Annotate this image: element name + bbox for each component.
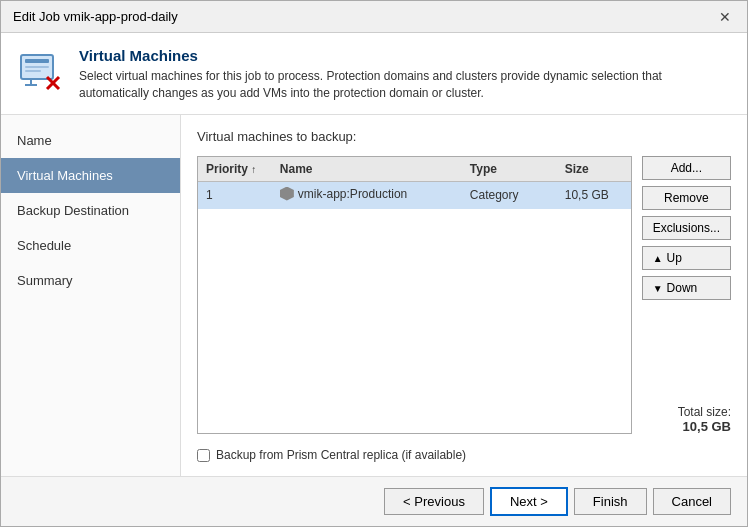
down-button[interactable]: Down (642, 276, 731, 300)
header-text: Virtual Machines Select virtual machines… (79, 47, 731, 102)
sidebar-item-virtual-machines[interactable]: Virtual Machines (1, 158, 180, 193)
sort-icon: ↑ (251, 164, 256, 175)
title-bar: Edit Job vmik-app-prod-daily ✕ (1, 1, 747, 33)
cell-type: Category (462, 181, 557, 209)
prism-central-label: Backup from Prism Central replica (if av… (216, 448, 466, 462)
checkbox-row: Backup from Prism Central replica (if av… (197, 448, 731, 462)
col-size: Size (557, 157, 631, 182)
footer: < Previous Next > Finish Cancel (1, 476, 747, 526)
main-area: Virtual machines to backup: Priority ↑ N… (181, 115, 747, 476)
svg-rect-1 (25, 59, 49, 63)
cell-priority: 1 (198, 181, 272, 209)
header-icon (17, 47, 65, 95)
total-size-area: Total size: 10,5 GB (642, 405, 731, 434)
up-button[interactable]: Up (642, 246, 731, 270)
content: Name Virtual Machines Backup Destination… (1, 115, 747, 476)
sidebar-item-backup-destination[interactable]: Backup Destination (1, 193, 180, 228)
up-arrow-icon (653, 251, 663, 265)
sidebar-item-schedule[interactable]: Schedule (1, 228, 180, 263)
vm-table-container: Priority ↑ Name Type Size 1 (197, 156, 632, 434)
vm-name-cell: vmik-app:Production (280, 187, 407, 201)
header-title: Virtual Machines (79, 47, 731, 64)
vm-table: Priority ↑ Name Type Size 1 (198, 157, 631, 209)
col-name: Name (272, 157, 462, 182)
dialog-title: Edit Job vmik-app-prod-daily (13, 9, 178, 24)
prism-central-checkbox[interactable] (197, 449, 210, 462)
sidebar: Name Virtual Machines Backup Destination… (1, 115, 181, 476)
section-label: Virtual machines to backup: (197, 129, 731, 144)
exclusions-button[interactable]: Exclusions... (642, 216, 731, 240)
table-row[interactable]: 1 vmik-app:Production Category 10,5 GB (198, 181, 631, 209)
remove-button[interactable]: Remove (642, 186, 731, 210)
total-size-value: 10,5 GB (642, 419, 731, 434)
previous-button[interactable]: < Previous (384, 488, 484, 515)
next-button[interactable]: Next > (490, 487, 568, 516)
col-type: Type (462, 157, 557, 182)
side-buttons: Add... Remove Exclusions... Up Down Tota… (642, 156, 731, 434)
cancel-button[interactable]: Cancel (653, 488, 731, 515)
close-button[interactable]: ✕ (715, 10, 735, 24)
cell-size: 10,5 GB (557, 181, 631, 209)
sidebar-item-summary[interactable]: Summary (1, 263, 180, 298)
svg-rect-2 (25, 66, 49, 68)
header-description: Select virtual machines for this job to … (79, 68, 731, 102)
total-size-label: Total size: (642, 405, 731, 419)
vm-icon (280, 187, 294, 201)
table-and-buttons: Priority ↑ Name Type Size 1 (197, 156, 731, 434)
dialog: Edit Job vmik-app-prod-daily ✕ Virtual M… (0, 0, 748, 527)
sidebar-item-name[interactable]: Name (1, 123, 180, 158)
add-button[interactable]: Add... (642, 156, 731, 180)
svg-rect-3 (25, 70, 41, 72)
col-priority: Priority ↑ (198, 157, 272, 182)
finish-button[interactable]: Finish (574, 488, 647, 515)
header-section: Virtual Machines Select virtual machines… (1, 33, 747, 115)
cell-name: vmik-app:Production (272, 181, 462, 209)
down-arrow-icon (653, 281, 663, 295)
